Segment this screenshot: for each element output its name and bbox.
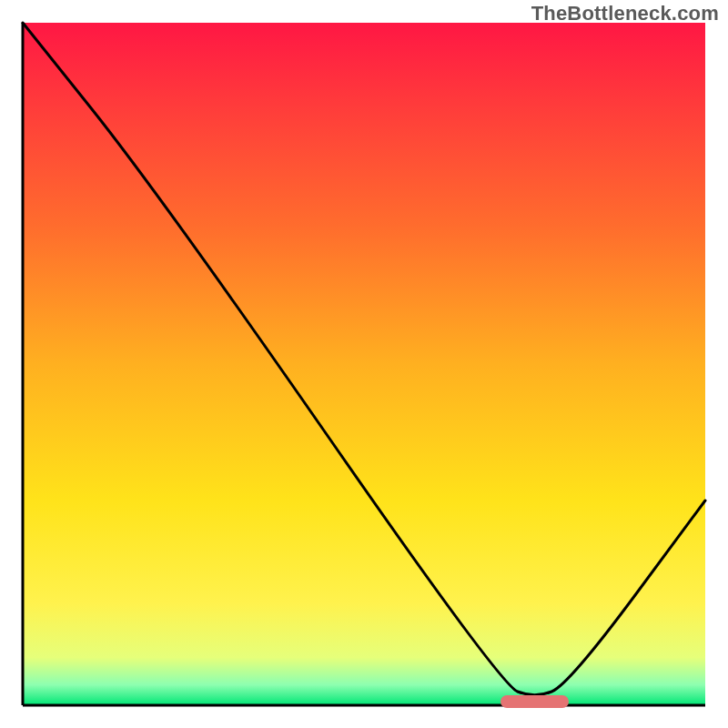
watermark-text: TheBottleneck.com: [531, 2, 719, 25]
optimum-marker: [500, 695, 569, 708]
chart-container: TheBottleneck.com: [0, 0, 728, 728]
bottleneck-chart: [0, 0, 728, 728]
plot-background: [23, 23, 705, 705]
